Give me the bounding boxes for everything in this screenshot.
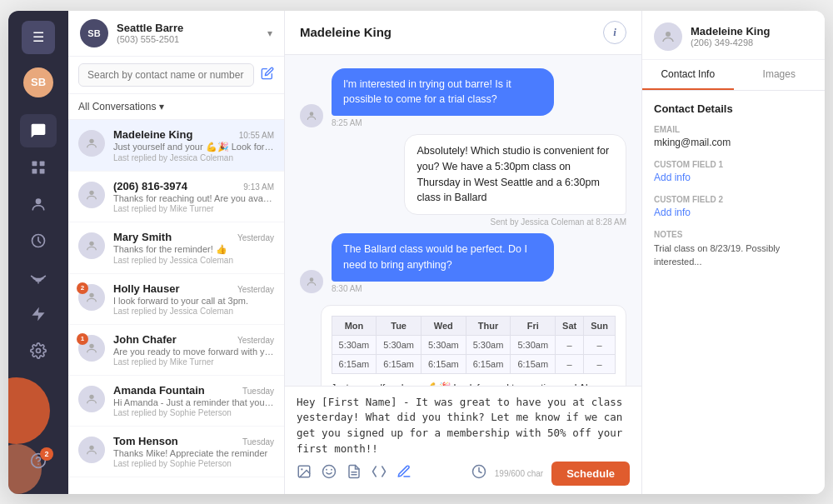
conversations-filter[interactable]: All Conversations ▾ bbox=[68, 94, 284, 120]
detail-email-section: Email mking@mail.com bbox=[654, 125, 813, 148]
chat-area: Madeleine King i I'm interested in tryin… bbox=[285, 11, 641, 494]
message-bubble-1: I'm interested in trying out barre! Is i… bbox=[332, 68, 554, 117]
lightning-icon bbox=[30, 306, 47, 322]
conversation-preview: Are you ready to move forward with your.… bbox=[113, 347, 274, 357]
chat-icon bbox=[30, 122, 47, 139]
conversation-item[interactable]: Tom Henson Tuesday Thanks Mike! Apprecia… bbox=[68, 427, 284, 477]
conversation-badge: 2 bbox=[77, 282, 88, 294]
schedule-table: Mon Tue Wed Thur Fri Sat Sun bbox=[332, 316, 616, 374]
sidebar-item-contacts[interactable] bbox=[20, 187, 57, 221]
message-row-4: Mon Tue Wed Thur Fri Sat Sun bbox=[300, 300, 626, 386]
edit-pencil-icon[interactable] bbox=[397, 464, 412, 482]
message-meta-3: 8:30 AM bbox=[332, 284, 554, 293]
conversation-time: Yesterday bbox=[237, 285, 274, 294]
svg-point-12 bbox=[89, 292, 93, 297]
conversation-name-row: Holly Hauser Yesterday bbox=[113, 282, 274, 295]
sidebar-item-grid[interactable] bbox=[20, 151, 57, 184]
conversation-badge: 1 bbox=[77, 333, 88, 345]
conversation-avatar bbox=[78, 232, 105, 259]
schedule-day-mon: Mon bbox=[332, 316, 377, 335]
filter-label: All Conversations bbox=[78, 101, 156, 112]
schedule-cell: 5:30am bbox=[332, 335, 377, 354]
schedule-cell: – bbox=[584, 354, 616, 373]
message-avatar-1 bbox=[300, 104, 323, 127]
conversation-item[interactable]: 1 John Chafer Yesterday Are you ready to… bbox=[68, 325, 284, 376]
conversation-item[interactable]: Amanda Fountain Tuesday Hi Amanda - Just… bbox=[68, 376, 284, 427]
conversation-item[interactable]: (206) 816-3974 9:13 AM Thanks for reachi… bbox=[68, 172, 284, 222]
message-avatar-3 bbox=[300, 270, 323, 293]
message-row-1: I'm interested in trying out barre! Is i… bbox=[300, 68, 626, 128]
conversation-time: Tuesday bbox=[242, 437, 274, 447]
svg-point-6 bbox=[37, 348, 41, 352]
sidebar-item-settings[interactable] bbox=[20, 334, 57, 367]
svg-rect-0 bbox=[32, 161, 37, 166]
image-attach-icon[interactable] bbox=[297, 464, 312, 482]
contact-info-text: Madeleine King (206) 349-4298 bbox=[691, 25, 770, 47]
sidebar-item-broadcast[interactable] bbox=[20, 261, 57, 294]
grid-icon bbox=[30, 159, 47, 176]
message-meta-2: Sent by Jessica Coleman at 8:28 AM bbox=[491, 217, 626, 227]
message-content-1: I'm interested in trying out barre! Is i… bbox=[332, 68, 554, 128]
conversation-time: 9:13 AM bbox=[243, 182, 274, 192]
sidebar-item-lightning[interactable] bbox=[20, 297, 57, 331]
sidebar-item-chat[interactable] bbox=[20, 114, 57, 147]
info-icon: i bbox=[613, 26, 616, 39]
clock-icon bbox=[30, 232, 47, 249]
business-avatar-sidebar[interactable]: SB bbox=[23, 67, 53, 97]
email-label: Email bbox=[654, 125, 813, 134]
conversation-replied: Last replied by Jessica Coleman bbox=[113, 256, 274, 265]
schedule-day-tue: Tue bbox=[377, 316, 421, 335]
compose-icon[interactable] bbox=[261, 67, 274, 83]
compose-pencil-icon bbox=[261, 67, 274, 80]
svg-point-26 bbox=[666, 32, 671, 37]
svg-point-10 bbox=[89, 190, 93, 194]
conversation-time: Tuesday bbox=[242, 387, 274, 396]
emoji-icon[interactable] bbox=[322, 464, 337, 482]
conversation-item[interactable]: Madeleine King 10:55 AM Just yourself an… bbox=[68, 120, 284, 172]
custom2-add[interactable]: Add info bbox=[654, 207, 813, 218]
template-icon[interactable] bbox=[347, 464, 362, 482]
sidebar-menu-button[interactable]: ☰ bbox=[22, 21, 55, 54]
message-bubble-3: The Ballard class would be perfect. Do I… bbox=[332, 233, 554, 282]
help-badge: 2 bbox=[40, 447, 53, 461]
schedule-cell: 6:15am bbox=[377, 354, 421, 373]
chat-textarea[interactable]: Hey [First Name] - It was great to have … bbox=[297, 395, 630, 453]
info-button[interactable]: i bbox=[603, 21, 626, 44]
schedule-button[interactable]: Schedule bbox=[551, 462, 630, 486]
svg-point-20 bbox=[323, 466, 336, 478]
business-phone: (503) 555-2501 bbox=[117, 34, 183, 44]
contact-phone: (206) 349-4298 bbox=[691, 37, 770, 47]
sidebar-item-clock[interactable] bbox=[20, 224, 57, 257]
svg-point-16 bbox=[310, 112, 314, 116]
chat-contact-name: Madeleine King bbox=[300, 25, 392, 39]
conversation-item[interactable]: Mary Smith Yesterday Thanks for the remi… bbox=[68, 222, 284, 274]
conversation-name: Amanda Fountain bbox=[113, 384, 205, 397]
schedule-cell: 6:15am bbox=[421, 354, 466, 373]
conversation-name-row: Tom Henson Tuesday bbox=[113, 435, 274, 447]
clock-send-icon[interactable] bbox=[471, 464, 486, 482]
schedule-cell: 6:15am bbox=[466, 354, 511, 373]
conversation-replied: Last replied by Sophie Peterson bbox=[113, 408, 274, 417]
sidebar-item-help[interactable]: 2 bbox=[20, 444, 57, 477]
conversation-content: Tom Henson Tuesday Thanks Mike! Apprecia… bbox=[113, 435, 274, 468]
right-panel: Madeleine King (206) 349-4298 Contact In… bbox=[641, 11, 825, 494]
contact-avatar bbox=[654, 22, 682, 51]
svg-point-13 bbox=[89, 343, 93, 347]
conversation-name: Holly Hauser bbox=[113, 282, 179, 295]
conversation-name-row: (206) 816-3974 9:13 AM bbox=[113, 180, 274, 192]
schedule-day-sun: Sun bbox=[584, 316, 616, 335]
business-avatar: SB bbox=[80, 19, 108, 47]
custom1-add[interactable]: Add info bbox=[654, 172, 813, 183]
svg-point-11 bbox=[89, 241, 93, 245]
bracket-icon[interactable] bbox=[372, 464, 387, 482]
conversation-preview: Thanks for the reminder! 👍 bbox=[113, 244, 274, 255]
tab-images[interactable]: Images bbox=[734, 60, 826, 90]
search-input[interactable] bbox=[78, 63, 254, 87]
tab-contact-info[interactable]: Contact Info bbox=[642, 60, 734, 90]
schedule-day-thur: Thur bbox=[466, 316, 511, 335]
conversation-content: (206) 816-3974 9:13 AM Thanks for reachi… bbox=[113, 180, 274, 213]
conversation-preview: I look forward to your call at 3pm. bbox=[113, 296, 274, 306]
message-content-2: Absolutely! Which studio is convenient f… bbox=[404, 134, 626, 227]
conversation-item[interactable]: 2 Holly Hauser Yesterday I look forward … bbox=[68, 274, 284, 325]
business-chevron-icon[interactable]: ▾ bbox=[267, 27, 272, 39]
